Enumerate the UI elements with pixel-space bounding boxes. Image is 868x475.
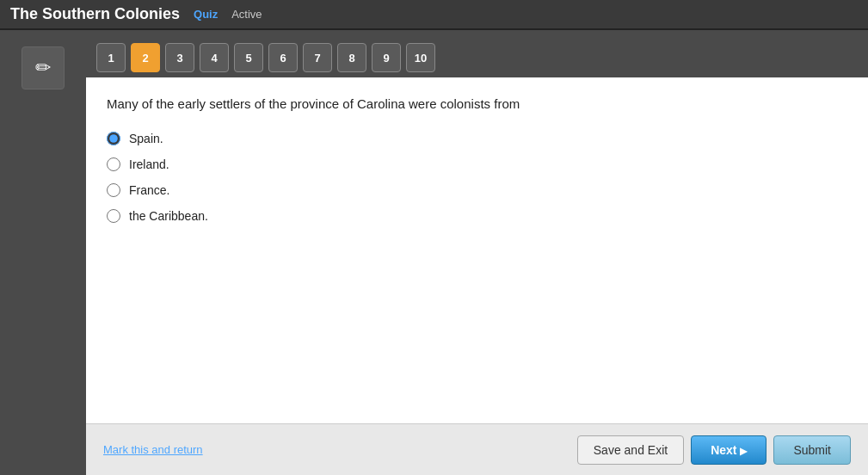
nav-number-4[interactable]: 4 (200, 43, 229, 72)
footer-bar: Mark this and return Save and Exit Next … (86, 423, 868, 475)
nav-number-8[interactable]: 8 (337, 43, 366, 72)
option-label-2: Ireland. (129, 157, 169, 171)
nav-number-10[interactable]: 10 (406, 43, 435, 72)
mark-return-button[interactable]: Mark this and return (103, 443, 203, 456)
nav-number-2[interactable]: 2 (131, 43, 160, 72)
answer-option-2[interactable]: Ireland. (107, 157, 847, 171)
next-button[interactable]: Next (691, 435, 766, 465)
radio-opt3[interactable] (107, 183, 120, 197)
content-area: Many of the early settlers of the provin… (86, 77, 868, 423)
answer-option-4[interactable]: the Caribbean. (107, 209, 847, 223)
pencil-button[interactable]: ✏ (22, 46, 65, 89)
save-exit-button[interactable]: Save and Exit (577, 435, 684, 465)
quiz-label: Quiz (194, 8, 218, 21)
radio-opt1[interactable] (107, 132, 120, 145)
question-text: Many of the early settlers of the provin… (107, 95, 847, 114)
option-label-3: France. (129, 183, 169, 197)
radio-opt2[interactable] (107, 157, 120, 171)
answer-options: Spain.Ireland.France.the Caribbean. (107, 132, 847, 223)
nav-number-1[interactable]: 1 (96, 43, 126, 72)
footer-buttons: Save and Exit Next Submit (577, 435, 851, 465)
top-bar: The Southern Colonies Quiz Active (0, 0, 868, 30)
nav-number-6[interactable]: 6 (268, 43, 298, 72)
answer-option-1[interactable]: Spain. (107, 132, 847, 145)
option-label-4: the Caribbean. (129, 209, 208, 223)
pencil-icon: ✏ (35, 57, 51, 79)
nav-number-5[interactable]: 5 (234, 43, 263, 72)
nav-number-3[interactable]: 3 (165, 43, 194, 72)
sidebar: ✏ (0, 36, 86, 475)
submit-button[interactable]: Submit (773, 435, 851, 465)
nav-number-9[interactable]: 9 (372, 43, 401, 72)
status-label: Active (231, 8, 262, 21)
option-label-1: Spain. (129, 132, 163, 145)
nav-number-7[interactable]: 7 (303, 43, 332, 72)
page-title: The Southern Colonies (10, 5, 180, 23)
radio-opt4[interactable] (107, 209, 120, 223)
question-nav: 12345678910 (86, 36, 868, 79)
answer-option-3[interactable]: France. (107, 183, 847, 197)
